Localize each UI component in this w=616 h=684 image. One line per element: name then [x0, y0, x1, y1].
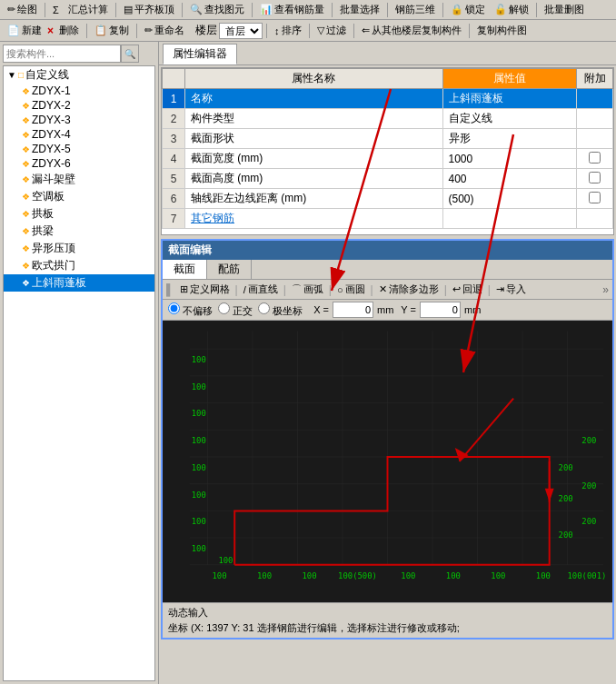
sort-button[interactable]: ↕ 排序	[271, 23, 305, 38]
table-row[interactable]: 3 截面形状 异形	[163, 129, 613, 149]
draw-line-button[interactable]: / 画直线	[240, 282, 282, 297]
prop-checkbox[interactable]	[589, 152, 601, 164]
y-input[interactable]	[420, 302, 461, 318]
clear-polygon-button[interactable]: ✕ 清除多边形	[375, 282, 442, 297]
view-rebar-button[interactable]: 📊 查看钢筋量	[256, 2, 328, 17]
table-row[interactable]: 1 名称 上斜雨蓬板	[163, 89, 613, 109]
table-row[interactable]: 6 轴线距左边线距离 (mm) (500)	[163, 189, 613, 209]
table-row[interactable]: 5 截面高度 (mm) 400	[163, 169, 613, 189]
table-row[interactable]: 7 其它钢筋	[163, 209, 613, 229]
row-num: 7	[163, 209, 185, 229]
prop-value[interactable]	[442, 209, 577, 229]
close-x-icon[interactable]: ×	[47, 25, 54, 37]
tree-item-zdyx1[interactable]: ❖ ZDYX-1	[4, 84, 154, 98]
define-grid-button[interactable]: ⊞ 定义网格	[176, 282, 233, 297]
item-icon-9: ❖	[22, 209, 30, 219]
copy-struct-button[interactable]: 复制构件图	[473, 23, 531, 38]
tab-rebar[interactable]: 配筋	[207, 260, 252, 279]
find-button[interactable]: 🔍 查找图元	[186, 2, 248, 17]
pencil-icon: ✏	[7, 4, 15, 15]
svg-text:200: 200	[581, 481, 596, 491]
mode-nooffset-label[interactable]: 不偏移	[168, 302, 213, 318]
tree-toggle-root[interactable]: ▼	[5, 70, 18, 80]
tree-item-kongtiao[interactable]: ❖ 空调板	[4, 188, 154, 205]
copy-button[interactable]: 📋 复制	[91, 23, 133, 38]
divider-6: |	[488, 283, 491, 296]
prop-value[interactable]: 400	[442, 169, 577, 189]
layer-label: 楼层	[195, 23, 217, 38]
mode-polar-radio[interactable]	[258, 302, 270, 314]
main-area: 🔍 ▼ □ 自定义线 ❖ ZDYX-1 ❖ ZDYX-2 ❖ ZDYX-3	[0, 42, 616, 684]
prop-checkbox[interactable]	[589, 192, 601, 203]
tree-item-yupengban[interactable]: ❖ 上斜雨蓬板	[4, 274, 154, 292]
tree-item-yixing[interactable]: ❖ 异形压顶	[4, 240, 154, 257]
align-button[interactable]: ▤ 平齐板顶	[120, 2, 178, 17]
tree-item-zdyx6[interactable]: ❖ ZDYX-6	[4, 156, 154, 171]
tree-item-label: 空调板	[32, 189, 65, 204]
prop-checkbox[interactable]	[589, 172, 601, 183]
other-rebar-link[interactable]: 其它钢筋	[191, 212, 234, 224]
toolbar-top: ✏ 绘图 Σ 汇总计算 ▤ 平齐板顶 🔍 查找图元 📊 查看钢筋量 批量选择 钢…	[0, 0, 616, 20]
rename-button[interactable]: ✏ 重命名	[141, 23, 188, 38]
svg-text:100: 100	[536, 571, 551, 580]
tree-item-label: ZDYX-3	[32, 114, 71, 126]
draw-circle-button[interactable]: ○ 画圆	[333, 282, 369, 297]
calc-button[interactable]: 汇总计算	[65, 2, 112, 17]
rebar-3d-button[interactable]: 钢筋三维	[392, 2, 439, 17]
undo-button[interactable]: ↩ 回退	[449, 282, 486, 297]
tree-item-gongliang[interactable]: ❖ 拱梁	[4, 223, 154, 240]
copy-from-button[interactable]: ⇐ 从其他楼层复制构件	[358, 23, 465, 38]
mode-nooffset-radio[interactable]	[168, 302, 180, 314]
mode-polar-label[interactable]: 极坐标	[258, 302, 303, 318]
mode-orthogonal-radio[interactable]	[218, 302, 230, 314]
tab-property-editor[interactable]: 属性编辑器	[163, 44, 237, 64]
new-button[interactable]: 📄 新建	[4, 23, 45, 38]
unlock-button[interactable]: 🔓 解锁	[491, 2, 532, 17]
prop-value[interactable]: 异形	[442, 129, 577, 149]
sigma-button[interactable]: Σ	[49, 4, 63, 16]
tree-item-zdyx3[interactable]: ❖ ZDYX-3	[4, 113, 154, 127]
tree-item-zdyx4[interactable]: ❖ ZDYX-4	[4, 127, 154, 142]
mode-orthogonal-label[interactable]: 正交	[218, 302, 253, 318]
separator-4	[252, 3, 253, 17]
search-box: 🔍	[0, 42, 158, 65]
search-input[interactable]	[3, 45, 121, 63]
canvas-area[interactable]: 100 100 100 100 100 100 100 100 100 100 …	[163, 321, 612, 602]
prop-extra[interactable]	[577, 189, 613, 209]
svg-text:200: 200	[581, 436, 596, 445]
canvas-svg: 100 100 100 100 100 100 100 100 100 100 …	[163, 321, 612, 602]
tree-item-gongban[interactable]: ❖ 拱板	[4, 205, 154, 223]
prop-value[interactable]: 自定义线	[442, 109, 577, 129]
table-row[interactable]: 2 构件类型 自定义线	[163, 109, 613, 129]
import-button[interactable]: ⇥ 导入	[492, 282, 530, 297]
tree-root-item[interactable]: ▼ □ 自定义线	[4, 66, 154, 84]
batch-delete-button[interactable]: 批量删图	[541, 2, 588, 17]
tree-item-loudu[interactable]: ❖ 漏斗架壁	[4, 171, 154, 188]
row-num: 4	[163, 149, 185, 169]
prop-extra[interactable]	[577, 149, 613, 169]
batch-select-button[interactable]: 批量选择	[336, 2, 383, 17]
table-row[interactable]: 4 截面宽度 (mm) 1000	[163, 149, 613, 169]
prop-value[interactable]: (500)	[442, 189, 577, 209]
tab-section[interactable]: 截面	[163, 260, 207, 279]
tree-item-zdyx5[interactable]: ❖ ZDYX-5	[4, 142, 154, 156]
prop-extra[interactable]	[577, 169, 613, 189]
delete-button[interactable]: 删除	[55, 23, 83, 38]
floor-select[interactable]: 首层	[219, 23, 263, 39]
col-name-header: 属性名称	[185, 69, 443, 89]
draw-arc-button[interactable]: ⌒ 画弧	[288, 282, 327, 297]
separator-13	[353, 24, 354, 38]
prop-extra	[577, 109, 613, 129]
tree-item-label: 上斜雨蓬板	[32, 275, 86, 291]
search-button[interactable]: 🔍	[121, 45, 139, 63]
col-extra-header: 附加	[577, 69, 613, 89]
filter-button[interactable]: ▽ 过滤	[313, 23, 350, 38]
lock-button[interactable]: 🔒 锁定	[447, 2, 489, 17]
prop-value[interactable]: 1000	[442, 149, 577, 169]
tree-item-zdyx2[interactable]: ❖ ZDYX-2	[4, 98, 154, 113]
draw-button[interactable]: ✏ 绘图	[4, 2, 41, 17]
tree-item-oushi[interactable]: ❖ 欧式拱门	[4, 257, 154, 274]
x-input[interactable]	[333, 302, 373, 318]
prop-value[interactable]: 上斜雨蓬板	[442, 89, 577, 109]
coordinate-mode-group: 不偏移 正交 极坐标	[168, 302, 303, 318]
